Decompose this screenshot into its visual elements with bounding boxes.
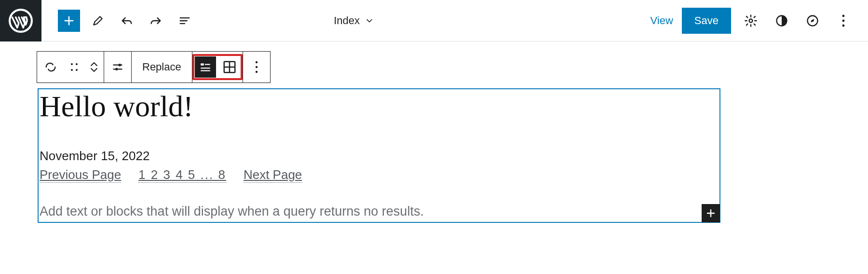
redo-button[interactable] [145,10,167,32]
svg-point-9 [71,69,73,71]
svg-rect-13 [201,63,204,65]
query-loop-block-button[interactable] [37,52,64,82]
list-view-button[interactable] [174,10,196,32]
view-link[interactable]: View [651,14,673,27]
display-settings-button[interactable] [104,52,131,82]
plus-icon [705,207,717,219]
add-block-button[interactable] [58,10,80,32]
post-date[interactable]: November 15, 2022 [39,149,719,164]
no-results-placeholder[interactable]: Add text or blocks that will display whe… [39,204,719,219]
pencil-icon [92,14,104,27]
svg-rect-15 [201,68,210,68]
svg-point-1 [749,19,752,22]
pagination-prev[interactable]: Previous Page [40,167,121,183]
save-button[interactable]: Save [682,8,731,34]
right-tools: View Save [651,8,868,34]
left-tools [58,10,196,32]
chevron-down-icon [365,16,374,26]
styles-icon [775,14,788,27]
list-view-icon [178,14,191,27]
block-appender-button[interactable] [702,204,720,222]
svg-point-11 [119,64,121,66]
query-loop-block[interactable]: Hello world! November 15, 2022 Previous … [38,88,720,223]
svg-point-7 [71,63,73,65]
layout-grid-button[interactable] [219,56,240,78]
pagination: Previous Page 1 2 3 4 5 ... 8 Next Page [39,167,719,183]
layout-list-icon [199,61,212,73]
document-title-dropdown[interactable]: Index [334,14,374,27]
wp-logo-button[interactable] [0,0,41,41]
compass-button[interactable] [801,10,824,32]
layout-list-button[interactable] [195,56,216,78]
layout-grid-icon [222,60,237,74]
pagination-next[interactable]: Next Page [244,167,302,183]
svg-point-6 [842,24,845,27]
editor-topbar: Index View Save [0,0,868,41]
svg-point-10 [76,69,78,71]
drag-handle[interactable] [64,52,84,82]
svg-point-20 [256,71,258,73]
loop-icon [44,60,57,74]
svg-point-18 [256,61,258,63]
svg-point-5 [842,19,845,22]
more-options-button[interactable] [832,10,854,32]
pagination-numbers[interactable]: 1 2 3 4 5 ... 8 [138,167,226,183]
svg-point-12 [115,68,118,70]
block-more-options[interactable] [243,52,270,82]
svg-point-19 [256,66,258,68]
undo-icon [120,14,134,27]
styles-button[interactable] [771,10,793,32]
compass-icon [806,14,819,27]
more-vertical-icon [255,61,258,73]
replace-button[interactable]: Replace [132,61,192,73]
undo-button[interactable] [116,10,138,32]
chevron-down-icon [90,67,98,73]
wordpress-icon [9,9,33,33]
tools-button[interactable] [87,10,109,32]
layout-switcher-highlight [192,54,243,80]
post-title[interactable]: Hello world! [39,89,719,123]
move-arrows[interactable] [84,61,104,73]
svg-rect-16 [201,70,210,71]
more-vertical-icon [842,14,845,27]
settings-button[interactable] [740,10,762,32]
svg-point-4 [842,14,845,17]
plus-icon [62,14,76,27]
chevron-up-icon [90,61,98,67]
svg-point-8 [76,63,78,65]
document-title: Index [334,14,360,27]
redo-icon [149,14,163,27]
gear-icon [744,14,758,27]
sliders-icon [111,61,124,73]
block-toolbar: Replace [37,51,271,83]
svg-rect-14 [205,64,210,65]
drag-icon [70,61,79,73]
